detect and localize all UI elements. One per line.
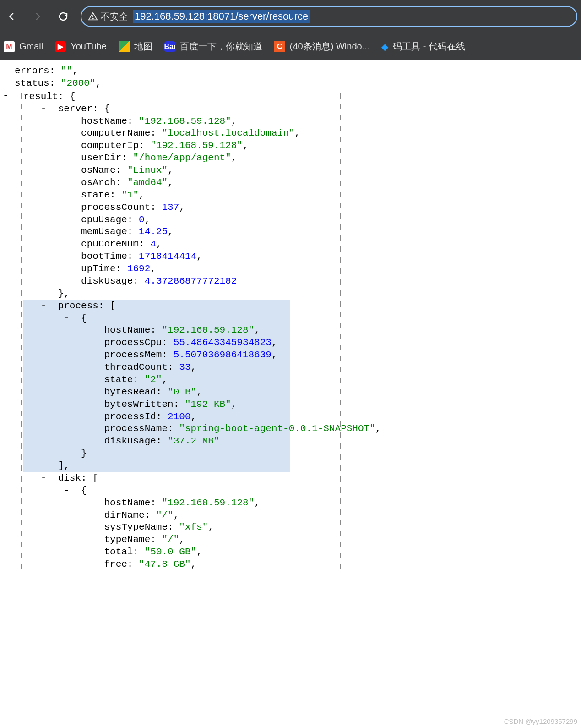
bookmark-label: 码工具 - 代码在线 <box>393 40 465 53</box>
json-line: osName: "Linux", <box>23 164 338 177</box>
json-line: result: { <box>23 91 338 103</box>
json-line: } <box>23 448 290 460</box>
bookmark-label: (40条消息) Windo... <box>290 40 369 53</box>
json-line: typeName: "/", <box>23 534 338 546</box>
bookmark-baidu[interactable]: Bai 百度一下，你就知道 <box>164 40 262 53</box>
baidu-icon: Bai <box>164 41 175 52</box>
bookmark-label: 百度一下，你就知道 <box>180 40 262 53</box>
json-line: processCount: 137, <box>23 202 338 214</box>
json-line: processName: "spring-boot-agent-0.0.1-SN… <box>23 423 290 435</box>
json-line: hostName: "192.168.59.128", <box>23 324 290 337</box>
collapse-toggle[interactable]: - <box>3 90 9 101</box>
json-line: computerName: "localhost.localdomain", <box>23 127 338 140</box>
json-line: cpuCoreNum: 4, <box>23 238 338 251</box>
json-line: diskUsage: 4.37286877772182 <box>23 275 338 288</box>
youtube-icon: ▶ <box>55 41 66 52</box>
svg-point-1 <box>92 18 93 19</box>
maps-icon <box>119 41 130 52</box>
json-line: dirName: "/", <box>23 509 338 522</box>
json-line: ], <box>23 460 290 472</box>
reload-icon <box>58 11 69 22</box>
insecure-indicator: 不安全 <box>88 11 128 23</box>
address-bar[interactable]: 不安全 192.168.59.128:18071/server/resource <box>81 6 577 27</box>
result-box: result: { - server: { hostName: "192.168… <box>21 90 341 573</box>
codetool-icon: ◆ <box>381 41 388 52</box>
json-line: state: "2", <box>23 374 290 386</box>
json-line: cpuUsage: 0, <box>23 214 338 226</box>
arrow-right-icon <box>33 11 43 22</box>
json-line: - { <box>23 485 338 497</box>
reload-button[interactable] <box>55 8 71 25</box>
bookmark-codetool[interactable]: ◆ 码工具 - 代码在线 <box>381 40 465 53</box>
json-line: threadCount: 33, <box>23 361 290 374</box>
json-line: hostName: "192.168.59.128", <box>23 115 338 128</box>
bookmarks-bar: M Gmail ▶ YouTube 地图 Bai 百度一下，你就知道 C (40… <box>0 33 581 60</box>
json-line: total: "50.0 GB", <box>23 546 338 558</box>
bookmark-youtube[interactable]: ▶ YouTube <box>55 41 107 52</box>
json-line: bytesWritten: "192 KB", <box>23 399 290 411</box>
bookmark-maps[interactable]: 地图 <box>119 40 152 53</box>
json-line: - { <box>23 312 290 325</box>
json-line: status: "2000", <box>15 77 578 90</box>
url-text[interactable]: 192.168.59.128:18071/server/resource <box>133 10 310 23</box>
json-line: bootTime: 1718414414, <box>23 251 338 263</box>
collapse-toggle[interactable]: - <box>41 104 47 114</box>
bookmark-gmail[interactable]: M Gmail <box>4 41 43 52</box>
json-line: userDir: "/home/app/agent", <box>23 152 338 164</box>
json-line: - process: [ <box>23 300 290 312</box>
json-viewer: errors: "", status: "2000", - result: { … <box>0 60 581 587</box>
back-button[interactable] <box>4 8 20 25</box>
forward-button[interactable] <box>29 8 46 25</box>
warning-icon <box>88 11 98 22</box>
json-line: processCpu: 55.48643345934823, <box>23 337 290 349</box>
gmail-icon: M <box>4 41 15 52</box>
json-line: sysTypeName: "xfs", <box>23 521 338 534</box>
bookmark-label: Gmail <box>19 41 43 52</box>
json-line: upTime: 1692, <box>23 263 338 275</box>
json-line: diskUsage: "37.2 MB" <box>23 435 290 448</box>
json-line: processId: 2100, <box>23 411 290 423</box>
json-line: }, <box>23 288 338 300</box>
json-line: errors: "", <box>15 65 578 77</box>
collapse-toggle[interactable]: - <box>64 485 70 496</box>
arrow-left-icon <box>7 11 17 22</box>
json-line: computerIp: "192.168.59.128", <box>23 140 338 152</box>
bookmark-label: YouTube <box>71 41 107 52</box>
json-line: state: "1", <box>23 189 338 202</box>
json-line: memUsage: 14.25, <box>23 226 338 238</box>
json-line: hostName: "192.168.59.128", <box>23 497 338 509</box>
highlighted-block: - process: [ - { hostName: "192.168.59.1… <box>23 300 290 472</box>
collapse-toggle[interactable]: - <box>64 313 70 323</box>
bookmark-csdn[interactable]: C (40条消息) Windo... <box>274 40 369 53</box>
insecure-label: 不安全 <box>101 11 128 23</box>
bookmark-label: 地图 <box>134 40 152 53</box>
collapse-toggle[interactable]: - <box>41 473 47 483</box>
json-line: - disk: [ <box>23 472 338 485</box>
browser-toolbar: 不安全 192.168.59.128:18071/server/resource <box>0 0 581 33</box>
csdn-icon: C <box>274 41 285 52</box>
json-line: processMem: 5.507036986418639, <box>23 349 290 361</box>
json-line: - server: { <box>23 103 338 115</box>
collapse-toggle[interactable]: - <box>41 301 47 311</box>
json-line: bytesRead: "0 B", <box>23 386 290 399</box>
json-line: free: "47.8 GB", <box>23 558 338 571</box>
json-line: osArch: "amd64", <box>23 177 338 189</box>
